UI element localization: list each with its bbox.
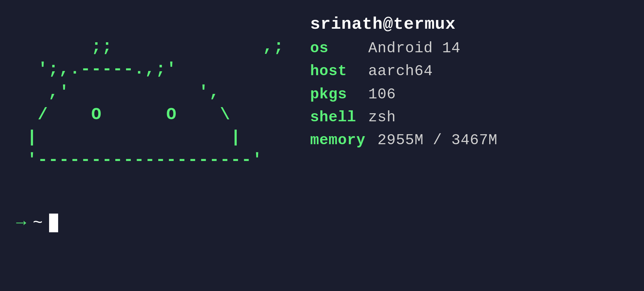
info-row-pkgs: pkgs 106: [310, 83, 497, 106]
prompt-tilde: ~: [33, 214, 43, 233]
prompt-arrow: →: [16, 214, 26, 233]
terminal: ;; ,; ';,.-----.,;' ,' ', / O O \ | | '-…: [0, 0, 644, 291]
info-row-shell: shell zsh: [310, 106, 497, 129]
ascii-art: ;; ,; ';,.-----.,;' ,' ', / O O \ | | '-…: [16, 13, 284, 194]
username-display: srinath@termux: [310, 15, 497, 34]
info-value-os: Android 14: [368, 37, 461, 60]
info-value-host: aarch64: [368, 60, 433, 83]
info-key-shell: shell: [310, 106, 368, 129]
cursor-block: [49, 214, 58, 232]
main-content: ;; ,; ';,.-----.,;' ,' ', / O O \ | | '-…: [16, 13, 628, 194]
info-row-memory: memory 2955M / 3467M: [310, 129, 497, 152]
info-key-pkgs: pkgs: [310, 83, 368, 106]
info-value-memory: 2955M / 3467M: [368, 129, 497, 152]
info-key-memory: memory: [310, 129, 368, 152]
system-info: srinath@termux os Android 14 host aarch6…: [310, 13, 497, 152]
info-value-pkgs: 106: [368, 83, 396, 106]
info-row-host: host aarch64: [310, 60, 497, 83]
info-value-shell: zsh: [368, 106, 396, 129]
info-key-host: host: [310, 60, 368, 83]
info-row-os: os Android 14: [310, 37, 497, 60]
info-key-os: os: [310, 37, 368, 60]
ascii-art-text: ;; ,; ';,.-----.,;' ,' ', / O O \ | | '-…: [16, 37, 284, 169]
prompt-line[interactable]: → ~: [16, 214, 628, 233]
